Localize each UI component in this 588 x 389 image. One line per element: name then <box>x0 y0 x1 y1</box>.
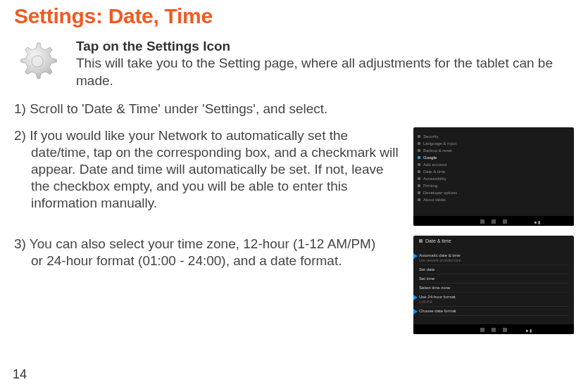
step-2-rest: date/time, tap on the corresponding box,… <box>14 144 405 212</box>
screenshot1-sidebar-item: Date & time <box>413 168 470 175</box>
page: Settings: Date, Time Tap on the Settings… <box>0 0 588 389</box>
screenshot1-sidebar-item: Backup & reset <box>413 147 470 154</box>
screenshot1-sidebar-item: Add account <box>413 161 470 168</box>
step-2-text: 2) If you would like your Network to aut… <box>14 127 405 212</box>
svg-point-0 <box>32 56 43 67</box>
screenshot2-row: Select time zone <box>419 283 568 293</box>
intro-text: Tap on the Settings Icon This will take … <box>76 38 574 89</box>
intro-row: Tap on the Settings Icon This will take … <box>14 38 574 89</box>
screenshot1-sidebar-item: Printing <box>413 182 470 189</box>
step-3-row: 3) You can also select your time zone, 1… <box>14 236 574 334</box>
page-title: Settings: Date, Time <box>14 0 574 28</box>
screenshot1-sidebar-item: About tablet <box>413 196 470 203</box>
screenshot1-sidebar-item: Developer options <box>413 189 470 196</box>
step-3-rest: or 24-hour format (01:00 - 24:00), and a… <box>14 253 405 269</box>
screenshot1-sidebar-item: Accessibility <box>413 175 470 182</box>
shot2-header: Date & time <box>425 238 451 243</box>
step-3-text: 3) You can also select your time zone, 1… <box>14 236 405 269</box>
screenshot2-row: Set time <box>419 274 568 283</box>
screenshot1-sidebar-item: Security <box>413 133 470 140</box>
screenshot-date-time: Date & time Automatic date & timeUse net… <box>413 236 574 334</box>
settings-gear-icon <box>14 38 61 84</box>
screenshot1-sidebar-item: Language & input <box>413 140 470 147</box>
step-2-row: 2) If you would like your Network to aut… <box>14 127 574 226</box>
step-1: 1) Scroll to 'Date & Time' under 'Settin… <box>14 101 574 117</box>
page-number: 14 <box>13 367 27 382</box>
intro-heading: Tap on the Settings Icon <box>76 38 574 55</box>
intro-body: This will take you to the Setting page, … <box>76 56 553 87</box>
screenshot2-row: Automatic date & timeUse network-provide… <box>419 251 568 265</box>
screenshot2-row: Use 24-hour format1:00 PM <box>419 293 568 307</box>
screenshot2-row: Set date <box>419 265 568 274</box>
step-3-line1: 3) You can also select your time zone, 1… <box>14 236 405 253</box>
screenshot2-row: Choose date format <box>419 307 568 316</box>
step-2-line1: 2) If you would like your Network to aut… <box>14 127 405 144</box>
screenshot1-sidebar-item: Google <box>413 154 470 161</box>
screenshot-settings-list: SecurityLanguage & inputBackup & resetGo… <box>413 127 574 226</box>
